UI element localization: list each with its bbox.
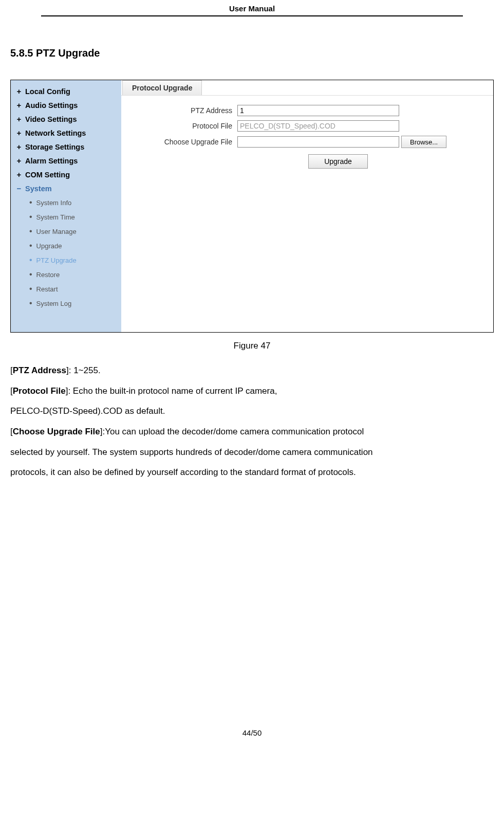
desc-key: Choose Upgrade File [13, 427, 100, 436]
desc-text: ]: 1~255. [66, 365, 101, 375]
sidebar-item-label: Video Settings [25, 115, 77, 123]
input-upgrade-file[interactable] [237, 136, 399, 148]
screenshot-ui: + Local Config + Audio Settings + Video … [11, 80, 493, 332]
desc-key: Protocol File [13, 386, 66, 396]
sidebar-item-storage-settings[interactable]: + Storage Settings [13, 140, 121, 154]
sidebar-sub-user-manage[interactable]: • User Manage [27, 224, 121, 239]
sidebar-sublist: • System Info • System Time • User Manag… [13, 195, 121, 310]
sidebar: + Local Config + Audio Settings + Video … [11, 80, 121, 332]
header-underline [41, 15, 463, 16]
browse-button[interactable]: Browse... [401, 136, 446, 148]
plus-icon: + [16, 115, 22, 123]
sidebar-item-label: Storage Settings [25, 143, 84, 151]
sidebar-item-system[interactable]: − System [13, 181, 121, 195]
figure-caption: Figure 47 [10, 341, 494, 351]
label-protocol-file: Protocol File [129, 122, 237, 130]
label-ptz-address: PTZ Address [129, 106, 237, 115]
desc-choose-3: protocols, it can also be defined by you… [10, 463, 494, 482]
sidebar-item-network-settings[interactable]: + Network Settings [13, 126, 121, 140]
desc-protocol-file-2: PELCO-D(STD-Speed).COD as default. [10, 402, 494, 420]
page-number: 44/50 [10, 728, 494, 737]
section-title: 5.8.5 PTZ Upgrade [10, 47, 494, 59]
sidebar-sub-label: PTZ Upgrade [36, 257, 77, 264]
plus-icon: + [16, 87, 22, 96]
desc-text: ]:You can upload the decoder/dome camera… [100, 427, 364, 436]
minus-icon: − [16, 184, 22, 193]
row-protocol-file: Protocol File [129, 120, 485, 132]
row-upgrade-file: Choose Upgrade File Browse... [129, 136, 485, 148]
bullet-icon: • [29, 299, 32, 307]
upgrade-button[interactable]: Upgrade [308, 154, 368, 169]
bullet-icon: • [29, 242, 32, 250]
desc-text: ]: Echo the built-in protocol name of cu… [66, 386, 277, 396]
bullet-icon: • [29, 270, 32, 279]
bullet-icon: • [29, 198, 32, 207]
sidebar-item-label: System [25, 185, 52, 193]
sidebar-sub-ptz-upgrade[interactable]: • PTZ Upgrade [27, 253, 121, 267]
sidebar-sub-label: System Log [36, 300, 72, 307]
sidebar-sub-label: Restart [36, 285, 58, 293]
sidebar-item-local-config[interactable]: + Local Config [13, 84, 121, 98]
plus-icon: + [16, 170, 22, 179]
figure-container: + Local Config + Audio Settings + Video … [10, 80, 494, 333]
sidebar-sub-system-info[interactable]: • System Info [27, 195, 121, 210]
sidebar-item-label: Network Settings [25, 129, 86, 137]
plus-icon: + [16, 142, 22, 151]
sidebar-item-label: Alarm Settings [25, 157, 78, 165]
sidebar-sub-label: User Manage [36, 228, 77, 235]
sidebar-sub-label: System Time [36, 213, 75, 221]
sidebar-sub-upgrade[interactable]: • Upgrade [27, 239, 121, 253]
sidebar-item-video-settings[interactable]: + Video Settings [13, 112, 121, 126]
bullet-icon: • [29, 227, 32, 235]
sidebar-item-audio-settings[interactable]: + Audio Settings [13, 98, 121, 112]
sidebar-sub-restore[interactable]: • Restore [27, 267, 121, 282]
sidebar-item-label: Local Config [25, 87, 70, 96]
input-ptz-address[interactable] [237, 105, 399, 116]
sidebar-item-label: Audio Settings [25, 101, 78, 109]
main-panel: Protocol Upgrade PTZ Address Protocol Fi… [121, 80, 493, 332]
doc-header-area: User Manual [0, 0, 504, 16]
tab-bar: Protocol Upgrade [121, 80, 493, 96]
bullet-icon: • [29, 285, 32, 293]
sidebar-sub-label: System Info [36, 199, 72, 207]
sidebar-item-alarm-settings[interactable]: + Alarm Settings [13, 154, 121, 168]
form-area: PTZ Address Protocol File Choose Upgrade… [121, 96, 493, 178]
doc-header-title: User Manual [229, 4, 275, 13]
sidebar-sub-label: Upgrade [36, 242, 62, 250]
sidebar-sub-restart[interactable]: • Restart [27, 282, 121, 296]
desc-choose-2: selected by yourself. The system support… [10, 443, 494, 462]
sidebar-sub-system-time[interactable]: • System Time [27, 210, 121, 224]
bullet-icon: • [29, 213, 32, 221]
desc-key: PTZ Address [13, 365, 66, 375]
sidebar-sub-system-log[interactable]: • System Log [27, 296, 121, 310]
tab-protocol-upgrade[interactable]: Protocol Upgrade [122, 80, 202, 95]
desc-ptz-address: [PTZ Address]: 1~255. [10, 361, 494, 380]
sidebar-item-label: COM Setting [25, 171, 70, 179]
sidebar-item-com-setting[interactable]: + COM Setting [13, 168, 121, 181]
sidebar-sub-label: Restore [36, 271, 60, 279]
input-protocol-file[interactable] [237, 120, 399, 132]
row-upgrade-action: Upgrade [129, 154, 485, 169]
label-upgrade-file: Choose Upgrade File [129, 138, 237, 146]
bullet-icon: • [29, 256, 32, 264]
plus-icon: + [16, 101, 22, 109]
plus-icon: + [16, 156, 22, 165]
row-ptz-address: PTZ Address [129, 105, 485, 116]
desc-protocol-file-1: [Protocol File]: Echo the built-in proto… [10, 382, 494, 400]
desc-choose-1: [Choose Upgrade File]:You can upload the… [10, 423, 494, 441]
plus-icon: + [16, 129, 22, 137]
